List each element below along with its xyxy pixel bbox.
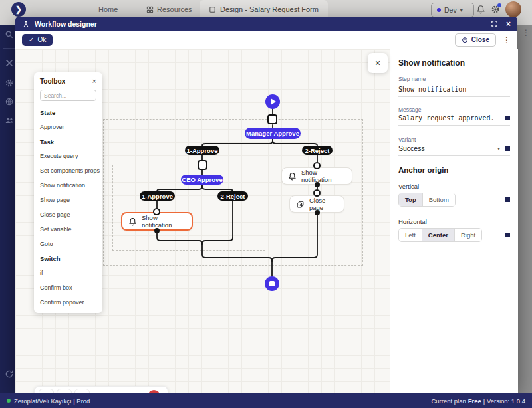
user-avatar[interactable]	[505, 1, 521, 17]
toolbox-item-close-page[interactable]: Close page	[40, 207, 96, 222]
toolbox-item-set-variable[interactable]: Set variable	[40, 222, 96, 237]
sidebar-refresh-icon[interactable]	[5, 369, 14, 379]
input-port[interactable]	[313, 189, 321, 197]
modal-close-icon[interactable]: ×	[506, 19, 511, 29]
variant-binding-toggle[interactable]	[505, 146, 510, 151]
horizontal-segmented-control: Left Center Right	[398, 228, 482, 242]
sidebar-users-icon[interactable]	[5, 116, 14, 125]
horizontal-option-left[interactable]: Left	[399, 229, 422, 241]
anchor-origin-title: Anchor origin	[398, 166, 448, 174]
toolbox-section-state: State	[40, 105, 96, 120]
input-port[interactable]	[153, 208, 160, 215]
output-port[interactable]	[315, 210, 320, 215]
bell-icon	[128, 217, 137, 226]
horizontal-option-right[interactable]: Right	[455, 229, 481, 241]
resources-grid-icon	[146, 6, 154, 13]
vertical-binding-toggle[interactable]	[505, 197, 510, 202]
chevron-down-icon[interactable]: ▾	[497, 146, 500, 152]
inspector-panel: Show notification Step name Message Vari…	[390, 49, 518, 393]
sidebar-search-icon[interactable]	[5, 30, 14, 39]
message-input[interactable]	[398, 114, 498, 122]
plan-badge: Free	[468, 397, 481, 405]
toolbox-item-show-notification[interactable]: Show notification	[40, 178, 96, 193]
notifications-bell-icon[interactable]	[476, 5, 485, 14]
node-manager-approve[interactable]: Manager Approve	[245, 128, 301, 139]
toolbox-panel: Toolbox × State Approver Task Execute qu…	[34, 72, 102, 313]
close-page-icon	[296, 200, 305, 209]
end-node[interactable]	[265, 276, 279, 291]
app-logo: ❯	[11, 2, 26, 17]
settings-gear-icon[interactable]	[491, 5, 500, 14]
workflow-designer-modal: Workflow designer × ✓ Ok Close ⋮	[15, 17, 517, 393]
vertical-segmented-control: Top Bottom	[398, 193, 456, 207]
status-bar: Zeroplat/Veli Kayıkçı | Prod Current pla…	[0, 393, 532, 408]
sidebar-globe-icon[interactable]	[5, 97, 14, 106]
toolbox-item-execute-query[interactable]: Execute query	[40, 149, 96, 163]
fullscreen-icon[interactable]	[491, 20, 498, 27]
variant-label: Variant	[398, 136, 510, 143]
node-ceo-approve[interactable]: CEO Approve	[181, 175, 223, 185]
bell-icon	[288, 172, 297, 181]
close-button[interactable]: Close	[455, 33, 496, 47]
plan-prefix: Current plan	[431, 397, 466, 405]
message-binding-toggle[interactable]	[505, 116, 510, 120]
page-box-icon	[209, 6, 216, 13]
toolbox-item-confirm-box[interactable]: Confirm box	[40, 280, 96, 295]
branch-manager-reject[interactable]: 2-Reject	[302, 146, 332, 155]
step-name-label: Step name	[398, 76, 510, 82]
toolbox-search-input[interactable]	[40, 90, 96, 101]
toolbox-item-set-components-props[interactable]: Set components props	[40, 163, 96, 178]
toolbox-item-if[interactable]: if	[40, 266, 96, 280]
env-selector[interactable]: Dev ▾	[431, 3, 474, 17]
variant-select[interactable]: Success	[398, 144, 497, 152]
horizontal-option-center[interactable]: Center	[422, 229, 455, 241]
toolbox-item-confirm-popover[interactable]: Confirm popover	[40, 295, 96, 310]
toolbox-title: Toolbox	[40, 78, 65, 85]
modal-title: Workflow designer	[35, 20, 97, 28]
page-kebab-menu-icon[interactable]: ⋮	[522, 28, 530, 37]
workflow-icon	[22, 20, 30, 28]
branch-ceo-approve[interactable]: 1-Approve	[140, 191, 175, 201]
version-label: | Version: 1.0.4	[483, 397, 525, 405]
nav-home[interactable]: Home	[98, 5, 118, 13]
nav-resources[interactable]: Resources	[146, 5, 192, 13]
vertical-label: Vertical	[398, 183, 419, 190]
toolbox-section-switch: Switch	[40, 251, 96, 266]
sidebar-gear-icon[interactable]	[5, 78, 14, 88]
horizontal-binding-toggle[interactable]	[505, 233, 510, 237]
workspace-label: Zeroplat/Veli Kayıkçı | Prod	[14, 397, 90, 405]
inspector-close-button[interactable]: ×	[368, 53, 388, 73]
play-icon	[271, 98, 276, 105]
output-port[interactable]	[315, 182, 320, 187]
branch-manager-approve[interactable]: 1-Approve	[185, 146, 219, 155]
vertical-option-top[interactable]: Top	[399, 193, 423, 206]
settings-notification-dot	[497, 3, 501, 7]
toolbox-item-goto[interactable]: Goto	[40, 237, 96, 251]
output-port[interactable]	[154, 228, 160, 233]
modal-toolbar: ✓ Ok Close ⋮	[15, 31, 517, 49]
stop-icon	[269, 281, 275, 286]
toolbar-kebab-menu-icon[interactable]: ⋮	[503, 35, 511, 45]
tab-design-salary-request-form[interactable]: Design - Salary Request Form	[200, 0, 328, 19]
toolbox-item-show-page[interactable]: Show page	[40, 193, 96, 207]
modal-header: Workflow designer ×	[15, 17, 517, 31]
connector-node-2[interactable]	[198, 160, 207, 170]
vertical-option-bottom[interactable]: Bottom	[423, 193, 455, 206]
branch-ceo-reject[interactable]: 2-Reject	[217, 191, 248, 201]
ok-button[interactable]: ✓ Ok	[22, 34, 53, 46]
step-name-input[interactable]	[398, 84, 510, 97]
chevron-down-icon: ▾	[460, 7, 463, 13]
message-label: Message	[398, 106, 510, 113]
toolbox-section-task: Task	[40, 134, 96, 149]
power-icon	[462, 37, 468, 43]
toolbox-item-approver[interactable]: Approver	[40, 120, 96, 134]
connector-node-1[interactable]	[267, 114, 277, 124]
sidebar-tools-icon[interactable]	[5, 58, 14, 68]
check-icon: ✓	[29, 36, 34, 43]
env-status-dot	[437, 8, 441, 12]
toolbox-close-icon[interactable]: ×	[92, 77, 96, 85]
sidebar-divider	[3, 48, 16, 49]
start-node[interactable]	[265, 94, 280, 109]
inspector-title: Show notification	[398, 58, 465, 68]
input-port[interactable]	[313, 162, 321, 169]
